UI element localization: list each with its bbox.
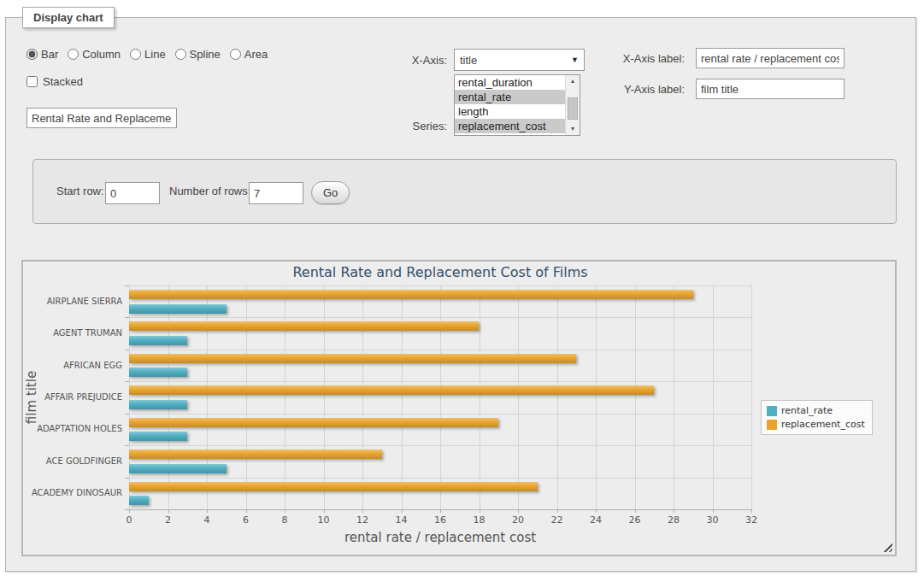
gridline-horizontal: [129, 381, 751, 382]
chart-type-option-column[interactable]: Column: [68, 48, 121, 61]
bar-rental_rate: [129, 304, 227, 314]
x-axis-line: [129, 509, 751, 510]
series-scrollbar[interactable]: ▲ ▼: [565, 75, 580, 135]
series-option-rental_duration[interactable]: rental_duration: [455, 75, 565, 90]
scrollbar-thumb[interactable]: [568, 97, 578, 120]
radio-area[interactable]: [230, 49, 241, 60]
category-label: AFFAIR PREJUDICE: [25, 392, 122, 403]
bar-replacement_cost: [129, 321, 479, 331]
gridline-vertical: [557, 285, 558, 509]
start-row-label: Start row:: [56, 185, 104, 197]
bar-rental_rate: [129, 432, 187, 441]
bar-replacement_cost: [129, 418, 498, 427]
plot-area: 02468101214161820222426283032AIRPLANE SI…: [129, 285, 751, 509]
y-tick-mark: [125, 414, 129, 414]
y-tick-mark: [125, 509, 129, 510]
x-tick-label: 14: [389, 514, 415, 526]
category-label: ACE GOLDFINGER: [25, 456, 122, 467]
y-axis-label-input[interactable]: [696, 79, 845, 99]
x-tick-label: 6: [233, 514, 259, 526]
chart-type-option-bar[interactable]: Bar: [26, 48, 58, 61]
chart-type-option-area[interactable]: Area: [230, 48, 268, 61]
gridline-vertical: [246, 285, 247, 509]
gridline-vertical: [440, 285, 441, 509]
radio-line[interactable]: [130, 49, 141, 60]
stacked-checkbox[interactable]: [26, 76, 38, 87]
num-rows-input[interactable]: [249, 182, 303, 204]
stacked-option[interactable]: Stacked: [26, 75, 83, 88]
gridline-vertical: [362, 285, 363, 509]
category-label: AFRICAN EGG: [25, 361, 122, 371]
series-option-rental_rate[interactable]: rental_rate: [455, 90, 565, 104]
chart-type-label: Area: [244, 48, 268, 61]
scroll-up-icon[interactable]: ▲: [566, 75, 580, 87]
x-axis-label-input[interactable]: [696, 48, 845, 68]
chart-type-radio-group: BarColumnLineSplineArea: [26, 48, 268, 61]
gridline-horizontal: [129, 478, 751, 479]
y-tick-mark: [125, 317, 129, 318]
x-axis-label-label: X-Axis label:: [623, 52, 685, 65]
x-tick-label: 10: [311, 514, 337, 526]
stacked-label: Stacked: [43, 75, 83, 88]
rental_rate-swatch-icon: [767, 406, 777, 416]
start-row-input[interactable]: [105, 182, 160, 204]
category-label: ACADEMY DINOSAUR: [25, 488, 122, 498]
display-chart-fieldset: Display chart BarColumnLineSplineArea St…: [5, 17, 916, 572]
bar-rental_rate: [129, 496, 149, 505]
x-tick-label: 20: [505, 514, 531, 526]
gridline-horizontal: [129, 445, 751, 446]
replacement_cost-swatch-icon: [767, 420, 777, 430]
row-controls-panel: Start row: Number of rows: Go: [32, 159, 897, 224]
radio-column[interactable]: [68, 49, 79, 60]
gridline-vertical: [480, 285, 480, 509]
x-axis-select-value: title: [460, 54, 477, 67]
bar-replacement_cost: [129, 482, 538, 491]
chart-legend: rental_ratereplacement_cost: [761, 400, 873, 435]
bar-replacement_cost: [129, 354, 576, 363]
legend-item-rental_rate[interactable]: rental_rate: [767, 405, 865, 416]
gridline-vertical: [674, 285, 674, 509]
bar-rental_rate: [129, 464, 227, 473]
scroll-down-icon[interactable]: ▼: [566, 123, 580, 135]
gridline-vertical: [207, 285, 208, 509]
x-tick-mark: [751, 509, 752, 513]
x-tick-label: 12: [350, 514, 375, 526]
legend-label: replacement_cost: [781, 419, 865, 430]
legend-label: rental_rate: [781, 405, 833, 416]
dropdown-arrow-icon: ▼: [571, 56, 579, 64]
bar-rental_rate: [129, 336, 187, 345]
go-button[interactable]: Go: [311, 181, 350, 204]
gridline-vertical: [751, 285, 752, 509]
bar-replacement_cost: [129, 385, 654, 395]
gridline-horizontal: [129, 350, 751, 350]
bar-rental_rate: [129, 367, 187, 377]
chart-type-option-spline[interactable]: Spline: [175, 48, 221, 61]
radio-spline[interactable]: [175, 49, 186, 60]
gridline-horizontal: [129, 414, 751, 414]
chart-type-label: Bar: [41, 48, 58, 61]
gridline-horizontal: [129, 317, 751, 318]
chart-title-input[interactable]: [26, 108, 177, 128]
x-tick-label: 24: [583, 514, 609, 526]
x-tick-label: 4: [194, 514, 220, 526]
y-tick-mark: [125, 350, 129, 350]
gridline-vertical: [402, 285, 403, 509]
x-tick-label: 16: [427, 514, 453, 526]
x-axis-title: rental rate / replacement cost: [129, 530, 751, 545]
series-multiselect[interactable]: rental_durationrental_ratelengthreplacem…: [454, 74, 580, 136]
chart-type-label: Column: [82, 48, 121, 61]
x-tick-label: 32: [739, 514, 764, 526]
chart-container: Rental Rate and Replacement Cost of Film…: [21, 260, 897, 556]
gridline-vertical: [285, 285, 285, 509]
x-axis-select[interactable]: title ▼: [454, 49, 585, 71]
x-tick-label: 28: [661, 514, 686, 526]
chart-type-option-line[interactable]: Line: [130, 48, 166, 61]
radio-bar[interactable]: [26, 49, 38, 60]
series-select-label: Series:: [413, 120, 447, 132]
gridline-vertical: [168, 285, 169, 509]
y-axis-label-label: Y-Axis label:: [624, 83, 685, 96]
legend-item-replacement_cost[interactable]: replacement_cost: [767, 419, 865, 430]
resize-handle-icon[interactable]: [883, 543, 892, 552]
series-option-replacement_cost[interactable]: replacement_cost: [455, 119, 565, 133]
series-option-length[interactable]: length: [455, 104, 565, 119]
